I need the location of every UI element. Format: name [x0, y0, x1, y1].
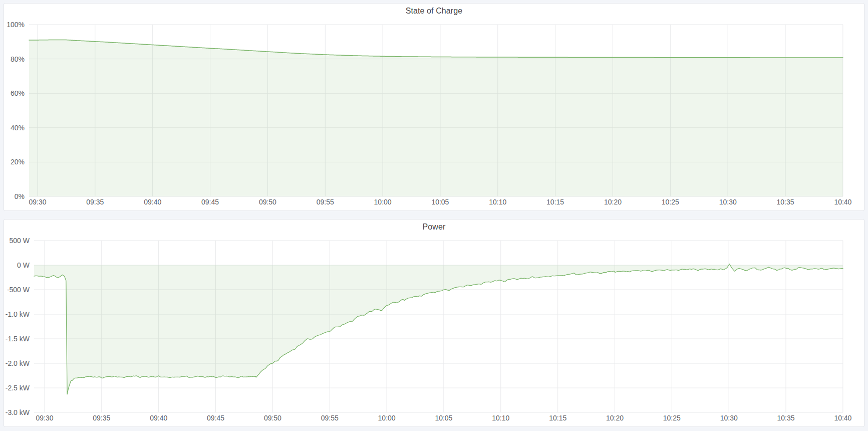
svg-text:10:05: 10:05	[435, 414, 452, 422]
svg-text:100%: 100%	[7, 21, 25, 29]
state-of-charge-chart[interactable]: 100%80%60%40%20%0%09:3009:3509:4009:4509…	[4, 19, 864, 210]
svg-text:10:30: 10:30	[719, 198, 737, 206]
svg-text:-3.0 kW: -3.0 kW	[6, 408, 30, 416]
svg-text:-2.5 kW: -2.5 kW	[6, 384, 30, 392]
series-fill	[34, 264, 843, 394]
svg-text:09:35: 09:35	[93, 414, 110, 422]
panel-header: State of Charge	[4, 4, 864, 19]
svg-text:09:45: 09:45	[207, 414, 224, 422]
svg-text:10:15: 10:15	[546, 198, 564, 206]
svg-text:10:35: 10:35	[776, 198, 794, 206]
dashboard: State of Charge 100%80%60%40%20%0%09:300…	[0, 0, 868, 427]
svg-text:500 W: 500 W	[10, 237, 30, 245]
x-axis-labels: 09:3009:3509:4009:4509:5009:5510:0010:05…	[29, 198, 851, 206]
svg-text:10:10: 10:10	[492, 414, 509, 422]
svg-text:09:55: 09:55	[317, 198, 334, 206]
svg-text:10:25: 10:25	[663, 414, 681, 422]
svg-text:0%: 0%	[15, 192, 25, 200]
svg-text:-1.0 kW: -1.0 kW	[6, 310, 30, 318]
plot-area[interactable]: 100%80%60%40%20%0%09:3009:3509:4009:4509…	[4, 19, 863, 210]
svg-text:-2.0 kW: -2.0 kW	[6, 359, 30, 367]
series-fill	[29, 40, 843, 196]
svg-text:-1.5 kW: -1.5 kW	[6, 335, 30, 343]
svg-text:10:20: 10:20	[606, 414, 624, 422]
svg-text:10:00: 10:00	[378, 414, 396, 422]
svg-text:09:40: 09:40	[144, 198, 161, 206]
svg-text:10:05: 10:05	[431, 198, 449, 206]
svg-text:09:50: 09:50	[259, 198, 276, 206]
power-chart[interactable]: 500 W0 W-500 W-1.0 kW-1.5 kW-2.0 kW-2.5 …	[4, 235, 864, 426]
panel-title-power[interactable]: Power	[423, 223, 446, 232]
svg-text:09:45: 09:45	[201, 198, 219, 206]
y-axis-labels: 100%80%60%40%20%0%	[7, 21, 25, 200]
svg-text:10:40: 10:40	[834, 198, 851, 206]
svg-text:60%: 60%	[11, 89, 25, 97]
svg-text:20%: 20%	[11, 158, 25, 166]
panel-state-of-charge: State of Charge 100%80%60%40%20%0%09:300…	[4, 3, 864, 211]
svg-text:09:35: 09:35	[86, 198, 104, 206]
panel-header: Power	[4, 220, 864, 235]
svg-text:10:00: 10:00	[374, 198, 392, 206]
svg-text:09:40: 09:40	[150, 414, 167, 422]
svg-text:0 W: 0 W	[17, 261, 30, 269]
svg-text:10:40: 10:40	[834, 414, 851, 422]
svg-text:10:35: 10:35	[777, 414, 794, 422]
svg-text:40%: 40%	[11, 124, 25, 132]
panel-power: Power 500 W0 W-500 W-1.0 kW-1.5 kW-2.0 k…	[4, 219, 864, 427]
y-axis-labels: 500 W0 W-500 W-1.0 kW-1.5 kW-2.0 kW-2.5 …	[6, 237, 30, 416]
x-axis-labels: 09:3009:3509:4009:4509:5009:5510:0010:05…	[36, 414, 851, 422]
svg-text:10:20: 10:20	[604, 198, 622, 206]
svg-text:10:25: 10:25	[662, 198, 679, 206]
svg-text:10:30: 10:30	[720, 414, 738, 422]
svg-text:09:50: 09:50	[264, 414, 281, 422]
svg-text:10:15: 10:15	[549, 414, 566, 422]
svg-text:09:30: 09:30	[36, 414, 53, 422]
svg-text:09:55: 09:55	[321, 414, 339, 422]
svg-text:10:10: 10:10	[489, 198, 506, 206]
panel-title-state-of-charge[interactable]: State of Charge	[406, 7, 463, 16]
svg-text:09:30: 09:30	[29, 198, 46, 206]
plot-area[interactable]: 500 W0 W-500 W-1.0 kW-1.5 kW-2.0 kW-2.5 …	[4, 235, 863, 426]
svg-text:-500 W: -500 W	[7, 286, 30, 294]
svg-text:80%: 80%	[11, 55, 25, 63]
